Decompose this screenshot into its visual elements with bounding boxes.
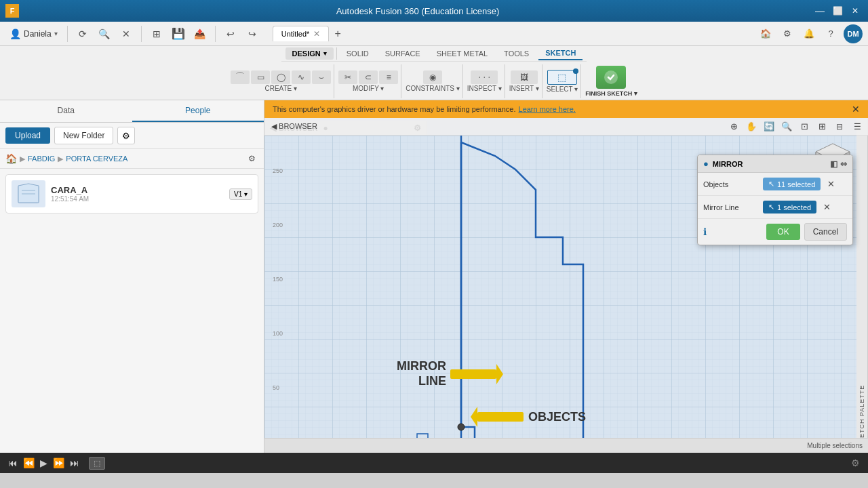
extension-btn[interactable]: ⚙ bbox=[778, 25, 796, 43]
player-first-btn[interactable]: ⏮ bbox=[8, 458, 18, 468]
user-avatar[interactable]: DM bbox=[844, 24, 863, 43]
dialog-header: ● MIRROR ◧ ⇔ bbox=[698, 155, 852, 173]
insert-image-btn[interactable]: 🖼 bbox=[511, 70, 538, 84]
file-card[interactable]: CARA_A 12:51:54 AM V1 ▾ bbox=[5, 174, 258, 214]
new-folder-btn[interactable]: New Folder bbox=[54, 127, 113, 144]
search-btn[interactable]: 🔍 bbox=[95, 24, 114, 43]
inspect-dropdown[interactable]: INSPECT ▾ bbox=[467, 85, 502, 92]
modify-dropdown[interactable]: MODIFY ▾ bbox=[353, 85, 384, 92]
objects-clear-btn[interactable]: ✕ bbox=[826, 179, 836, 189]
home-breadcrumb[interactable]: 🏠 bbox=[5, 153, 17, 164]
objects-label: Objects bbox=[703, 180, 757, 188]
solid-tab[interactable]: SOLID bbox=[340, 47, 376, 60]
finish-sketch-btn[interactable]: FINISH SKETCH ▾ bbox=[585, 66, 637, 97]
spline-btn[interactable]: ∿ bbox=[292, 70, 311, 84]
fabdig-breadcrumb[interactable]: FABDIG bbox=[28, 155, 55, 163]
player-prev-btn[interactable]: ⏪ bbox=[23, 458, 35, 468]
display-options-tool[interactable]: ☰ bbox=[849, 119, 865, 135]
warning-close-btn[interactable]: ✕ bbox=[852, 104, 860, 115]
window-controls: — ⬜ ✕ bbox=[812, 3, 863, 18]
trim-btn[interactable]: ✂ bbox=[338, 70, 357, 84]
minimize-btn[interactable]: — bbox=[812, 3, 827, 18]
people-tab[interactable]: People bbox=[132, 100, 264, 122]
pan-tool[interactable]: ✋ bbox=[743, 119, 760, 135]
curve-btn[interactable]: ⌣ bbox=[312, 70, 331, 84]
coincident-btn[interactable]: ◉ bbox=[423, 70, 442, 84]
active-tab[interactable]: Untitled* ✕ bbox=[273, 26, 330, 41]
create-dropdown[interactable]: CREATE ▾ bbox=[264, 85, 297, 92]
canvas-area: This computer's graphics driver or hardw… bbox=[264, 100, 868, 453]
tab-close-icon[interactable]: ✕ bbox=[313, 29, 320, 39]
zoom-tool[interactable]: 🔍 bbox=[778, 119, 795, 135]
ok-btn[interactable]: OK bbox=[766, 224, 800, 240]
maximize-btn[interactable]: ⬜ bbox=[830, 3, 845, 18]
insert-dropdown[interactable]: INSERT ▾ bbox=[509, 85, 539, 92]
file-version-badge[interactable]: V1 ▾ bbox=[229, 188, 252, 200]
dialog-icon: ● bbox=[703, 159, 709, 169]
sheet-metal-tab[interactable]: SHEET METAL bbox=[430, 47, 494, 60]
toolbar-close-btn[interactable]: ✕ bbox=[117, 24, 136, 43]
arc-btn[interactable]: ⌒ bbox=[231, 70, 250, 84]
player-settings-btn[interactable]: ⚙ bbox=[851, 458, 860, 468]
player-last-btn[interactable]: ⏭ bbox=[70, 458, 79, 468]
left-panel: Data People Upload New Folder ⚙ 🏠 ▶ FABD… bbox=[0, 100, 264, 453]
export-btn[interactable]: 📤 bbox=[191, 24, 210, 43]
toolbar-sep-2 bbox=[141, 26, 142, 42]
upload-btn[interactable]: Upload bbox=[5, 127, 50, 144]
close-btn[interactable]: ✕ bbox=[848, 3, 863, 18]
player-play-btn[interactable]: ▶ bbox=[40, 458, 47, 468]
learn-link[interactable]: Learn more here. bbox=[519, 105, 576, 113]
orbit-tool[interactable]: ⊕ bbox=[726, 119, 742, 135]
notification-btn[interactable]: 🔔 bbox=[800, 25, 818, 43]
user-area[interactable]: 👤 Daniela ▾ bbox=[5, 27, 62, 41]
mirror-line-clear-btn[interactable]: ✕ bbox=[822, 202, 832, 212]
modify-section: ✂ ⊂ ≡ MODIFY ▾ bbox=[336, 64, 401, 98]
view-options-tool[interactable]: ⊟ bbox=[831, 119, 848, 135]
status-text-right: Multiple selections bbox=[807, 442, 863, 449]
design-label: DESIGN bbox=[292, 49, 321, 58]
circle-btn[interactable]: ◯ bbox=[271, 70, 290, 84]
play-cursor-icon[interactable]: ⬚ bbox=[89, 457, 105, 470]
svg-marker-17 bbox=[496, 364, 503, 384]
player-next-btn[interactable]: ⏩ bbox=[53, 458, 64, 468]
breadcrumb-sep-1: ▶ bbox=[20, 155, 25, 163]
sketch-tab[interactable]: SKETCH bbox=[538, 47, 583, 60]
svg-rect-16 bbox=[450, 369, 496, 379]
undo-btn[interactable]: ↩ bbox=[221, 24, 240, 43]
zoom-window-tool[interactable]: ⊡ bbox=[796, 119, 812, 135]
mirror-line-text2: LINE bbox=[397, 374, 446, 389]
surface-tab[interactable]: SURFACE bbox=[378, 47, 427, 60]
measure-btn[interactable]: ⬝⬝⬝ bbox=[471, 70, 498, 84]
refresh-btn[interactable]: ⟳ bbox=[73, 24, 92, 43]
select-dropdown[interactable]: SELECT ▾ bbox=[547, 85, 578, 93]
dialog-info-icon[interactable]: ℹ bbox=[703, 226, 707, 237]
title-bar: F Autodesk Fusion 360 (Education License… bbox=[0, 0, 868, 22]
data-tab[interactable]: Data bbox=[0, 100, 132, 122]
help-btn[interactable]: ? bbox=[822, 25, 840, 43]
canvas-status-bar: Multiple selections bbox=[264, 438, 868, 453]
dialog-pin-btn[interactable]: ◧ bbox=[830, 159, 837, 169]
tools-tab[interactable]: TOOLS bbox=[497, 47, 536, 60]
constraints-dropdown[interactable]: CONSTRAINTS ▾ bbox=[406, 85, 459, 92]
svg-text:100: 100 bbox=[273, 330, 283, 337]
grid-btn[interactable]: ⊞ bbox=[147, 24, 166, 43]
redo-btn[interactable]: ↪ bbox=[243, 24, 262, 43]
panel-settings-btn[interactable]: ⚙ bbox=[117, 127, 135, 144]
dialog-expand-btn[interactable]: ⇔ bbox=[840, 159, 847, 169]
porta-cerveza-breadcrumb[interactable]: PORTA CERVEZA bbox=[66, 155, 127, 163]
rect-btn[interactable]: ▭ bbox=[251, 70, 270, 84]
cancel-btn[interactable]: Cancel bbox=[804, 223, 847, 241]
browser-collapse-btn[interactable]: ◀ BROWSER bbox=[267, 121, 321, 132]
grid-tool[interactable]: ⊞ bbox=[814, 119, 830, 135]
share-btn[interactable]: ⚙ bbox=[245, 152, 258, 165]
select-section: ⬚ SELECT ▾ bbox=[544, 64, 582, 98]
extend-btn[interactable]: ⊂ bbox=[359, 70, 378, 84]
save-btn[interactable]: 💾 bbox=[169, 24, 188, 43]
design-dropdown[interactable]: DESIGN ▾ bbox=[285, 47, 334, 60]
home-btn[interactable]: 🏠 bbox=[757, 25, 774, 43]
new-tab-btn[interactable]: + bbox=[330, 26, 345, 41]
mirror-line-selected-text: 1 selected bbox=[777, 203, 811, 211]
free-orbit-tool[interactable]: 🔄 bbox=[761, 119, 777, 135]
offset-btn[interactable]: ≡ bbox=[379, 70, 398, 84]
user-dropdown-icon: ▾ bbox=[54, 30, 58, 37]
